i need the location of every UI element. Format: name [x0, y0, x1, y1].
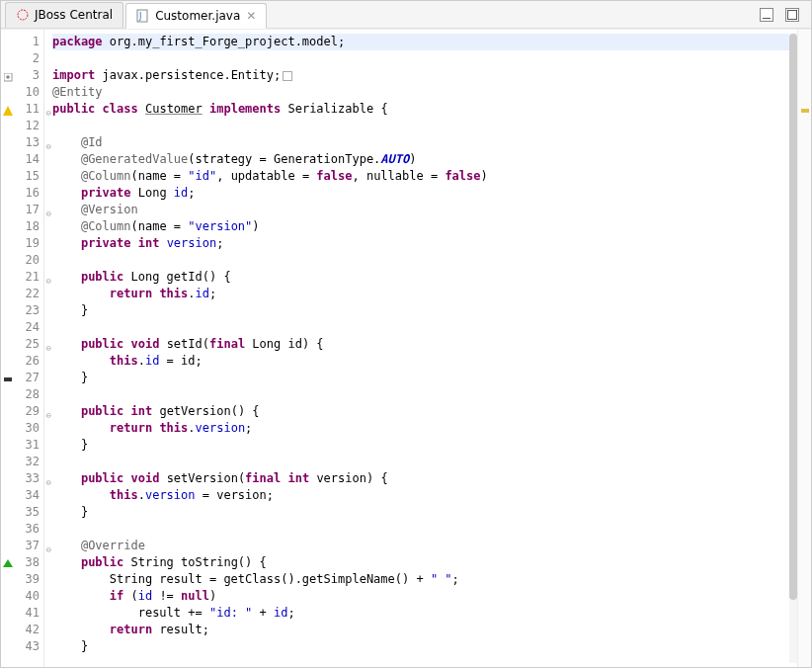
code-line[interactable]: return this.version;	[52, 420, 797, 437]
tab-jboss-central[interactable]: JBoss Central	[5, 2, 123, 28]
line-number[interactable]: 40	[1, 588, 43, 605]
code-line[interactable]: public void setVersion(final int version…	[52, 470, 797, 487]
code-line[interactable]: @Version	[52, 202, 797, 218]
warning-icon	[3, 104, 13, 114]
line-number[interactable]: 12	[1, 118, 43, 134]
code-line[interactable]: @Column(name = "version")	[52, 218, 797, 235]
code-line[interactable]: package org.my_first_Forge_project.model…	[52, 34, 797, 50]
line-number[interactable]: 26	[1, 353, 43, 370]
fold-icon[interactable]: ⊖	[46, 474, 51, 491]
fold-icon[interactable]: ⊖	[46, 340, 51, 357]
code-line[interactable]	[52, 386, 797, 403]
svg-point-0	[18, 10, 28, 20]
line-number[interactable]: 1	[1, 34, 43, 50]
code-line[interactable]: }	[52, 638, 797, 655]
code-line[interactable]: public int getVersion() {	[52, 403, 797, 420]
line-number[interactable]: 15	[1, 168, 43, 185]
code-line[interactable]: public void setId(final Long id) {	[52, 336, 797, 353]
line-number[interactable]: 33⊖	[1, 470, 43, 487]
scrollbar-thumb[interactable]	[789, 34, 797, 600]
code-line[interactable]	[52, 521, 797, 538]
fold-icon[interactable]: ⊖	[46, 105, 51, 122]
line-number[interactable]: 30	[1, 420, 43, 437]
svg-marker-6	[3, 106, 13, 116]
line-number[interactable]: 13⊖	[1, 134, 43, 151]
line-number[interactable]: 25⊖	[1, 336, 43, 353]
fold-icon[interactable]: ⊖	[46, 206, 51, 222]
line-number[interactable]: 38	[1, 554, 43, 571]
code-line[interactable]: private Long id;	[52, 185, 797, 202]
fold-icon[interactable]: ⊖	[46, 138, 51, 155]
line-number[interactable]: 39	[1, 571, 43, 588]
fold-icon[interactable]: ⊖	[46, 273, 51, 290]
line-number[interactable]: 17⊖	[1, 202, 43, 218]
line-number[interactable]: 27	[1, 370, 43, 386]
svg-rect-7	[4, 377, 12, 381]
jboss-icon	[16, 8, 30, 22]
line-number[interactable]: 43	[1, 638, 43, 655]
code-line[interactable]: return this.id;	[52, 286, 797, 302]
code-line[interactable]	[52, 252, 797, 269]
line-number[interactable]: 18	[1, 218, 43, 235]
line-number[interactable]: 11⊖	[1, 101, 43, 118]
line-number[interactable]: 21⊖	[1, 269, 43, 286]
code-line[interactable]: }	[52, 504, 797, 521]
line-number[interactable]: 16	[1, 185, 43, 202]
code-line[interactable]: @Column(name = "id", updatable = false, …	[52, 168, 797, 185]
overview-mark[interactable]	[801, 109, 809, 113]
code-line[interactable]: this.version = version;	[52, 487, 797, 504]
code-line[interactable]: this.id = id;	[52, 353, 797, 370]
line-number[interactable]: 35	[1, 504, 43, 521]
code-line[interactable]: }	[52, 370, 797, 386]
code-line[interactable]: }	[52, 302, 797, 319]
tab-customer-java[interactable]: J Customer.java ✕	[125, 3, 267, 29]
code-line[interactable]	[52, 319, 797, 336]
vertical-scrollbar[interactable]	[789, 34, 797, 663]
svg-marker-8	[3, 559, 13, 567]
fold-icon[interactable]: ⊖	[46, 542, 51, 558]
line-number[interactable]: 34	[1, 487, 43, 504]
overview-ruler[interactable]	[797, 30, 811, 667]
code-line[interactable]: public Long getId() {	[52, 269, 797, 286]
line-number[interactable]: 23	[1, 302, 43, 319]
code-line[interactable]: @Override	[52, 538, 797, 554]
close-icon[interactable]: ✕	[246, 9, 256, 23]
line-number[interactable]: 31	[1, 437, 43, 454]
line-number[interactable]: 32	[1, 454, 43, 470]
line-number[interactable]: 2	[1, 50, 43, 67]
line-number[interactable]: 3	[1, 67, 43, 84]
code-line[interactable]: String result = getClass().getSimpleName…	[52, 571, 797, 588]
line-number[interactable]: 37⊖	[1, 538, 43, 554]
minimize-button[interactable]	[760, 8, 773, 22]
code-line[interactable]: }	[52, 437, 797, 454]
code-line[interactable]	[52, 50, 797, 67]
code-line[interactable]: private int version;	[52, 235, 797, 252]
code-line[interactable]: @Id	[52, 134, 797, 151]
line-number-gutter[interactable]: 1231011⊖1213⊖14151617⊖18192021⊖22232425⊖…	[1, 30, 44, 667]
code-line[interactable]: return result;	[52, 622, 797, 638]
code-line[interactable]: @GeneratedValue(strategy = GenerationTyp…	[52, 151, 797, 168]
line-number[interactable]: 41	[1, 605, 43, 622]
line-number[interactable]: 42	[1, 622, 43, 638]
line-number[interactable]: 20	[1, 252, 43, 269]
code-area[interactable]: package org.my_first_Forge_project.model…	[44, 30, 797, 667]
line-number[interactable]: 36	[1, 521, 43, 538]
code-line[interactable]: @Entity	[52, 84, 797, 101]
line-number[interactable]: 10	[1, 84, 43, 101]
code-line[interactable]: public String toString() {	[52, 554, 797, 571]
line-number[interactable]: 29⊖	[1, 403, 43, 420]
code-line[interactable]	[52, 118, 797, 134]
line-number[interactable]: 28	[1, 386, 43, 403]
line-number[interactable]: 19	[1, 235, 43, 252]
code-line[interactable]: public class Customer implements Seriali…	[52, 101, 797, 118]
code-line[interactable]	[52, 454, 797, 470]
fold-icon[interactable]: ⊖	[46, 407, 51, 424]
code-line[interactable]: if (id != null)	[52, 588, 797, 605]
code-line[interactable]: import javax.persistence.Entity;	[52, 67, 797, 84]
maximize-button[interactable]	[785, 8, 799, 22]
line-number[interactable]: 22	[1, 286, 43, 302]
collapsed-indicator[interactable]	[283, 71, 292, 81]
line-number[interactable]: 14	[1, 151, 43, 168]
line-number[interactable]: 24	[1, 319, 43, 336]
code-line[interactable]: result += "id: " + id;	[52, 605, 797, 622]
